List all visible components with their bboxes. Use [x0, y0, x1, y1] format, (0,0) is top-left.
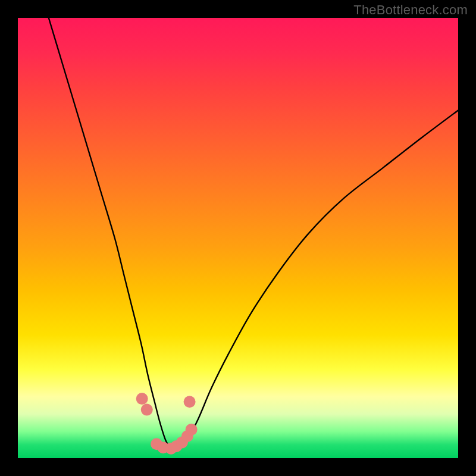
- plot-area: [18, 18, 458, 458]
- data-marker: [141, 404, 153, 416]
- data-marker: [186, 424, 198, 436]
- watermark-text: TheBottleneck.com: [353, 2, 468, 18]
- curve-layer: [18, 18, 458, 458]
- outer-frame: TheBottleneck.com: [0, 0, 476, 476]
- data-marker: [184, 396, 196, 408]
- v-curve: [49, 18, 458, 450]
- data-marker: [136, 393, 148, 405]
